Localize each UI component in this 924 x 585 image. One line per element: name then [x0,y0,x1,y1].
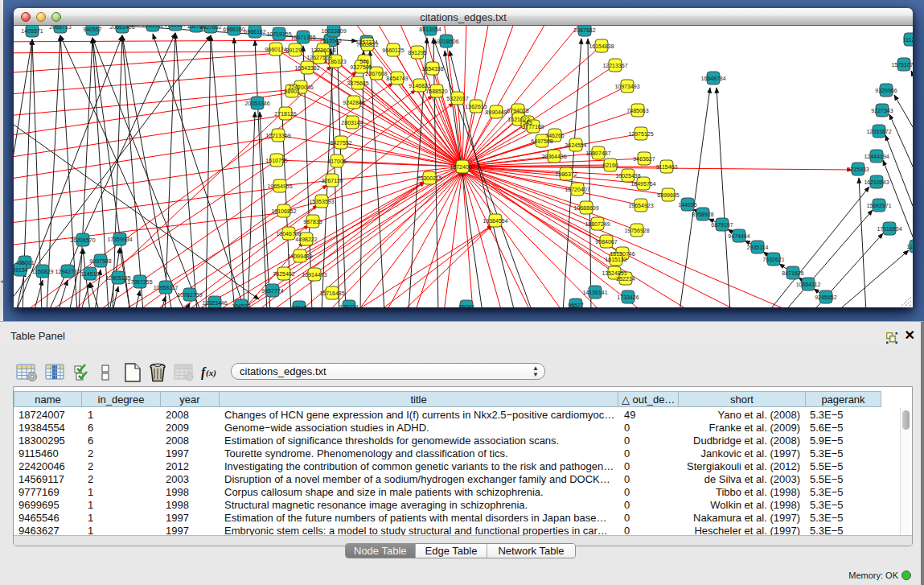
svg-text:1362615: 1362615 [465,104,487,109]
svg-text:10782759: 10782759 [177,292,202,298]
svg-text:1733426: 1733426 [617,295,639,300]
svg-text:12444194: 12444194 [864,154,889,159]
svg-text:9227343: 9227343 [871,108,893,113]
svg-text:77345: 77345 [291,305,307,308]
svg-text:12975125: 12975125 [628,131,653,137]
svg-text:4498222: 4498222 [295,237,317,242]
svg-text:3624554: 3624554 [565,142,586,148]
svg-text:1405571: 1405571 [21,28,43,34]
svg-text:10958117: 10958117 [154,285,179,290]
svg-text:8471626: 8471626 [782,270,803,276]
svg-text:18724007: 18724007 [450,164,474,170]
svg-text:17359934: 17359934 [107,237,132,242]
svg-text:546: 546 [359,59,369,64]
svg-text:8454749: 8454749 [386,76,408,81]
svg-text:19384554: 19384554 [483,218,507,224]
svg-text:17016504: 17016504 [877,226,901,232]
svg-text:96577: 96577 [568,303,584,308]
svg-text:20364436: 20364436 [541,154,566,159]
svg-text:3215933: 3215933 [847,167,869,172]
svg-text:15353593: 15353593 [309,199,334,204]
svg-text:8186323: 8186323 [324,59,346,64]
svg-text:15751074: 15751074 [891,62,913,68]
svg-text:9474444: 9474444 [728,233,749,239]
svg-text:11123: 11123 [903,37,913,43]
svg-text:16033809: 16033809 [321,28,346,34]
svg-text:9660125: 9660125 [382,47,404,53]
svg-text:15720407: 15720407 [565,187,589,192]
svg-text:13226058: 13226058 [310,47,335,53]
svg-text:940557: 940557 [83,27,101,32]
svg-text:5322037: 5322037 [446,96,468,101]
svg-text:1615132: 1615132 [605,257,626,262]
svg-text:26206570: 26206570 [70,237,95,243]
svg-text:1527602: 1527602 [199,26,221,30]
svg-text:6497568: 6497568 [531,138,552,144]
svg-text:9660124: 9660124 [265,47,286,52]
svg-text:2055713: 2055713 [49,26,71,30]
svg-text:18807249: 18807249 [585,221,610,227]
svg-text:2087682: 2087682 [573,27,595,33]
svg-text:15716485: 15716485 [319,290,344,296]
svg-text:15692971: 15692971 [866,203,891,208]
svg-text:17957255: 17957255 [127,279,152,285]
svg-text:8427552: 8427552 [330,140,351,146]
svg-text:891295: 891295 [408,50,426,56]
svg-text:1065332: 1065332 [142,26,163,28]
svg-text:1065327: 1065327 [164,26,186,27]
svg-text:14099489: 14099489 [287,253,312,259]
svg-text:12213367: 12213367 [602,63,627,68]
svg-text:2935114: 2935114 [747,245,769,250]
svg-text:18495754: 18495754 [630,181,655,187]
svg-text:7663822: 7663822 [356,42,378,47]
svg-text:16671355: 16671355 [290,35,315,40]
svg-text:10807487: 10807487 [585,150,610,156]
svg-text:6879197: 6879197 [711,222,733,228]
svg-text:13524851: 13524851 [602,270,626,276]
svg-text:12923446: 12923446 [202,300,227,306]
svg-text:25300215: 25300215 [417,175,441,181]
svg-text:12033872: 12033872 [866,129,891,134]
svg-text:1654338: 1654338 [421,66,443,72]
svg-text:891295: 891295 [285,47,304,53]
svg-text:10654112: 10654112 [796,282,821,287]
svg-text:98901: 98901 [284,89,300,94]
svg-text:7625402: 7625402 [273,271,294,277]
svg-text:8813054: 8813054 [419,27,441,32]
svg-text:12213369: 12213369 [265,133,290,138]
svg-text:9329966: 9329966 [875,88,897,93]
svg-text:62160: 62160 [602,163,618,168]
svg-text:104523: 104523 [232,303,250,308]
svg-text:39154: 39154 [14,267,28,273]
svg-text:8958928: 8958928 [692,212,713,217]
svg-text:10025438: 10025438 [615,173,640,179]
svg-text:129234: 129234 [339,304,358,308]
svg-text:10973493: 10973493 [614,84,639,89]
svg-text:7986372: 7986372 [555,171,577,177]
svg-text:2367608: 2367608 [365,71,387,76]
svg-text:19654923: 19654923 [628,203,653,208]
svg-text:6966162: 6966162 [244,29,265,35]
svg-text:19654955: 19654955 [267,183,292,189]
svg-text:6899695: 6899695 [657,192,679,198]
svg-text:16120746: 16120746 [610,251,634,257]
svg-text:252214: 252214 [616,276,634,282]
svg-text:1588520: 1588520 [425,89,447,94]
svg-text:9463627: 9463627 [633,156,655,162]
svg-text:16543382: 16543382 [294,65,319,71]
svg-text:9657774: 9657774 [261,288,283,294]
svg-text:9245652: 9245652 [815,295,836,300]
svg-text:20053346: 20053346 [244,101,269,106]
svg-text:746266: 746266 [545,133,564,138]
svg-text:1156829: 1156829 [32,269,54,274]
svg-text:7515546: 7515546 [319,38,341,43]
svg-text:417006: 417006 [327,159,346,164]
svg-text:2803144: 2803144 [341,120,363,126]
svg-text:7485063: 7485063 [626,108,648,113]
svg-text:7632621: 7632621 [762,257,784,262]
svg-text:8990448: 8990448 [485,109,507,115]
svg-text:12942737: 12942737 [55,269,80,274]
svg-text:9097588: 9097588 [89,258,111,264]
svg-text:19106852: 19106852 [271,208,296,214]
svg-text:3875685: 3875685 [347,80,368,86]
